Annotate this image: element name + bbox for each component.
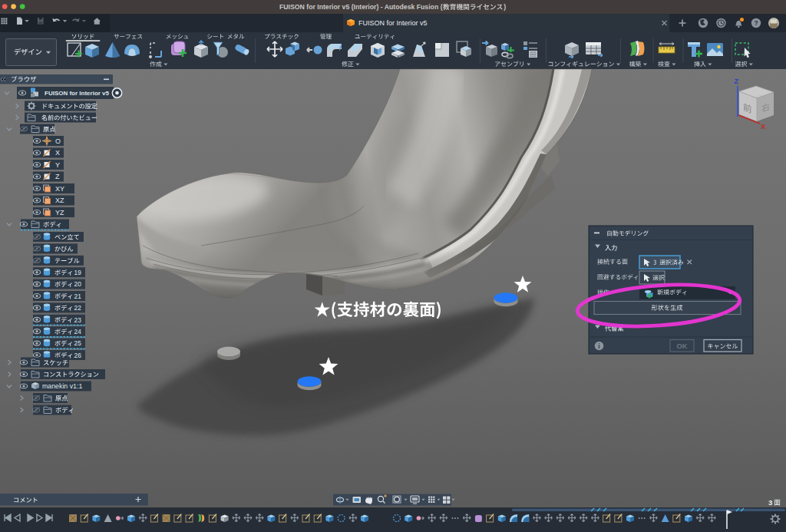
svg-text:OK: OK xyxy=(677,342,688,350)
svg-text:?: ? xyxy=(754,19,758,27)
svg-text:YZ: YZ xyxy=(55,209,64,216)
svg-text:O: O xyxy=(55,137,61,145)
svg-text:24: 24 xyxy=(74,328,82,335)
svg-text:23: 23 xyxy=(74,316,82,324)
svg-text:XZ: XZ xyxy=(55,197,64,204)
svg-text:Y: Y xyxy=(55,161,60,169)
svg-text:): ) xyxy=(504,3,506,11)
svg-text:26: 26 xyxy=(74,352,82,359)
svg-text:manekin v1:1: manekin v1:1 xyxy=(42,382,82,390)
svg-text:X: X xyxy=(55,149,60,157)
svg-text:Z: Z xyxy=(735,78,739,85)
svg-text:20: 20 xyxy=(74,280,82,288)
svg-text:19: 19 xyxy=(74,269,82,276)
svg-text:FUISON for Interior v5: FUISON for Interior v5 xyxy=(45,90,110,97)
svg-text:3: 3 xyxy=(768,498,772,507)
svg-text:21: 21 xyxy=(74,292,82,300)
svg-text:FUISON for Interior v5 (Interi: FUISON for Interior v5 (Interior) - Auto… xyxy=(279,3,443,11)
svg-text:Z: Z xyxy=(55,173,60,180)
svg-text:22: 22 xyxy=(74,304,82,312)
svg-text:XY: XY xyxy=(55,185,64,193)
svg-text:25: 25 xyxy=(74,339,82,347)
svg-text:FUISON for Interior v5: FUISON for Interior v5 xyxy=(358,19,428,27)
svg-text:X: X xyxy=(761,122,766,131)
svg-text:i: i xyxy=(598,342,599,350)
